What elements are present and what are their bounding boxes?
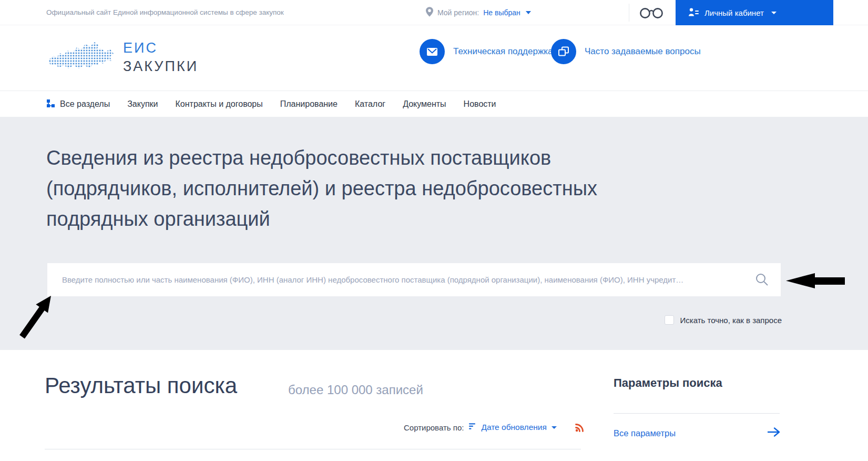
dialog-squares-icon	[551, 39, 576, 64]
official-site-label: Официальный сайт Единой информационной с…	[46, 0, 284, 25]
eis-logo[interactable]: ЕИС ЗАКУПКИ	[46, 39, 198, 76]
results-title: Результаты поиска	[45, 373, 237, 398]
black-arrow-left-annotation	[785, 273, 846, 289]
exact-search-label[interactable]: Искать точно, как в запросе	[680, 316, 782, 325]
chevron-down-icon[interactable]	[552, 426, 557, 429]
nav-item-contracts[interactable]: Контракты и договоры	[176, 99, 263, 109]
nav-item-news[interactable]: Новости	[464, 99, 496, 109]
nav-all-sections-label: Все разделы	[60, 99, 110, 109]
location-pin-icon	[426, 7, 433, 19]
personal-cabinet-label: Личный кабинет	[704, 8, 764, 17]
arrow-right-icon	[767, 427, 781, 439]
chevron-down-icon	[526, 11, 531, 14]
rss-icon[interactable]	[575, 423, 585, 432]
sort-row: Сортировать по: Дате обновления	[404, 423, 585, 432]
search-input[interactable]	[47, 263, 781, 296]
faq-label: Часто задаваемые вопросы	[585, 46, 701, 57]
nav-item-documents[interactable]: Документы	[403, 99, 446, 109]
all-params-link[interactable]: Все параметры	[614, 427, 781, 439]
sort-value-dropdown[interactable]: Дате обновления	[481, 423, 546, 432]
logo-text-zakupki: ЗАКУПКИ	[123, 58, 198, 75]
glasses-icon	[640, 8, 662, 17]
nav-all-sections[interactable]: Все разделы	[46, 99, 110, 110]
russia-dotted-map-icon	[46, 39, 116, 76]
search-icon[interactable]	[755, 273, 769, 287]
all-params-label: Все параметры	[614, 428, 676, 438]
sort-label: Сортировать по:	[404, 423, 464, 432]
topbar-divider	[629, 4, 629, 22]
personal-cabinet-button[interactable]: Личный кабинет	[676, 0, 833, 25]
envelope-icon	[420, 39, 445, 64]
results-count: более 100 000 записей	[288, 383, 423, 397]
region-label: Мой регион:	[437, 8, 479, 17]
region-value[interactable]: Не выбран	[483, 8, 520, 17]
sort-bars-icon	[468, 423, 476, 432]
page: Официальный сайт Единой информационной с…	[0, 0, 868, 461]
nav-item-planning[interactable]: Планирование	[280, 99, 338, 109]
tech-support-label: Техническая поддержка	[453, 46, 553, 57]
topbar: Официальный сайт Единой информационной с…	[0, 0, 868, 25]
nav-item-purchases[interactable]: Закупки	[127, 99, 158, 109]
nav-item-catalog[interactable]: Каталог	[355, 99, 385, 109]
logo-text-eis: ЕИС	[123, 40, 198, 56]
grid-squares-icon	[46, 99, 55, 110]
search-params-title: Параметры поиска	[614, 376, 722, 390]
black-arrow-up-right-annotation	[18, 292, 55, 342]
params-divider	[614, 413, 780, 414]
page-title: Сведения из реестра недобросовестных пос…	[46, 143, 597, 234]
person-lines-icon	[688, 7, 699, 18]
results-divider	[45, 449, 581, 449]
search-box	[47, 263, 781, 296]
accessibility-version-button[interactable]	[638, 5, 665, 21]
exact-search-checkbox[interactable]	[665, 315, 674, 325]
exact-search-row: Искать точно, как в запросе	[665, 315, 782, 325]
header: ЕИС ЗАКУПКИ Техническая поддержка Часто …	[0, 25, 868, 91]
region-selector[interactable]: Мой регион: Не выбран	[426, 0, 531, 25]
chevron-down-icon	[771, 12, 777, 14]
hero-section: Сведения из реестра недобросовестных пос…	[0, 117, 868, 350]
tech-support-link[interactable]: Техническая поддержка	[420, 39, 553, 64]
results-section: Результаты поиска более 100 000 записей …	[0, 350, 868, 461]
main-nav: Все разделы Закупки Контракты и договоры…	[0, 91, 868, 117]
faq-link[interactable]: Часто задаваемые вопросы	[551, 39, 701, 64]
